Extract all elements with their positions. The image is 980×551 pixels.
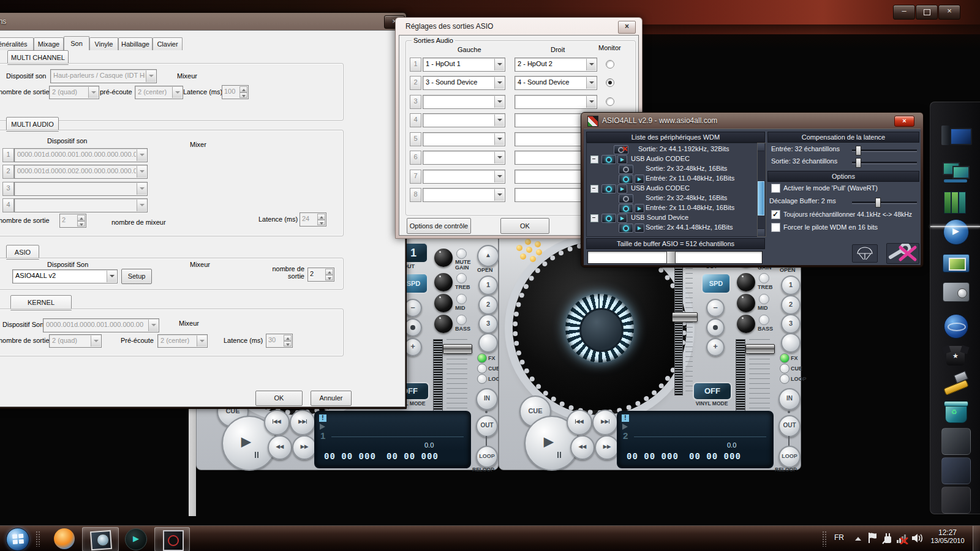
show-desktop-button[interactable]	[973, 526, 980, 551]
device-row[interactable]: ▶ USB Audio CODEC	[587, 154, 757, 164]
power-plug-icon[interactable]	[882, 531, 893, 547]
tab-habillage[interactable]: Habillage	[118, 37, 153, 50]
collapse-icon[interactable]	[590, 185, 598, 193]
dock-icon-extra-1[interactable]	[941, 428, 971, 455]
spinner-up[interactable]	[317, 214, 325, 220]
power-icon[interactable]	[601, 184, 616, 193]
output-left-dropdown-8[interactable]	[423, 188, 505, 202]
language-indicator[interactable]: FR	[834, 533, 844, 542]
bass-knob[interactable]	[737, 315, 755, 333]
output-right-dropdown-2[interactable]: 4 - Sound Device	[514, 76, 597, 90]
outputs-spinner[interactable]: 2	[307, 268, 334, 282]
output-left-dropdown-7[interactable]	[423, 170, 505, 184]
pitch-slider-2[interactable]	[673, 263, 695, 394]
hotcue-3-button[interactable]: 3	[478, 314, 498, 334]
gain-kill-button[interactable]	[456, 249, 467, 259]
spinner-down[interactable]	[239, 92, 247, 99]
power-icon[interactable]	[601, 155, 616, 164]
ok-button[interactable]: OK	[255, 391, 303, 406]
minimize-button[interactable]: –	[893, 5, 915, 20]
hotcue-1-button[interactable]: 1	[478, 276, 498, 295]
hotcue-2-button[interactable]: 2	[478, 295, 498, 315]
media-player-icon[interactable]: ▶	[941, 219, 970, 244]
latency-in-slider[interactable]	[852, 149, 917, 152]
maximize-button[interactable]	[916, 5, 938, 20]
kernel-device-dropdown[interactable]: 0000.001d.0000.001.000.000.00	[43, 318, 159, 332]
close-button[interactable]: ×	[938, 5, 960, 20]
monitor-radio-3[interactable]	[606, 97, 614, 106]
bass-kill-button[interactable]	[759, 315, 769, 325]
expand-arrow-icon[interactable]: ▶	[635, 204, 644, 213]
monitor-radio-2[interactable]	[606, 78, 614, 87]
mid-knob[interactable]	[434, 294, 453, 312]
recycle-bin-icon[interactable]: ♻	[941, 399, 970, 424]
force-16bit-checkbox[interactable]	[771, 223, 780, 232]
forward-button[interactable]: ▶▶	[292, 435, 317, 460]
device-row[interactable]: ▶ USB Audio CODEC	[587, 184, 757, 193]
start-button[interactable]	[6, 528, 29, 551]
prev-track-button[interactable]: ◀◀	[567, 410, 592, 435]
loop-out-button[interactable]: OUT	[476, 415, 498, 437]
taskbar-dj-app-button[interactable]	[154, 527, 190, 551]
fader-thumb[interactable]	[443, 344, 472, 354]
setup-button[interactable]: Setup	[121, 269, 152, 284]
pull-mode-checkbox[interactable]	[771, 184, 780, 193]
scroll-down-icon[interactable]	[758, 228, 764, 236]
volume-fader[interactable]	[736, 339, 774, 418]
device-row[interactable]: Sortie: 2x 32-48kHz, 16Bits	[587, 164, 757, 174]
load-defaults-button[interactable]	[852, 244, 878, 263]
forward-button[interactable]: ▶▶	[595, 435, 619, 460]
loop-led[interactable]	[477, 374, 487, 384]
spinner-up[interactable]	[284, 335, 292, 341]
tab-clavier[interactable]: Clavier	[153, 37, 183, 50]
treble-knob[interactable]	[434, 273, 453, 291]
expand-arrow-icon[interactable]: ▶	[635, 174, 644, 184]
documents-folder-icon[interactable]	[941, 189, 970, 215]
latency-spinner[interactable]: 30	[266, 334, 293, 348]
device-list-scrollbar[interactable]	[757, 143, 766, 237]
close-button[interactable]: ×	[618, 21, 636, 34]
output-right-dropdown-1[interactable]: 2 - HpOut 2	[514, 58, 597, 72]
rewind-button[interactable]: ◀◀	[570, 435, 595, 460]
cue-led[interactable]	[780, 364, 790, 373]
spinner-up[interactable]	[325, 269, 333, 275]
power-icon[interactable]	[619, 194, 633, 203]
power-icon[interactable]	[619, 165, 633, 174]
spinner-up[interactable]	[77, 215, 85, 221]
power-icon[interactable]	[619, 174, 633, 184]
loop-in-button[interactable]: IN	[778, 388, 801, 410]
audio-device-dropdown-1[interactable]: 0000.001d.0000.001.000.000.000.000.000	[14, 148, 148, 162]
pitch-minus-button[interactable]: –	[706, 299, 725, 317]
show-hidden-icons-button[interactable]	[855, 537, 861, 541]
tshirt-icon[interactable]: ★	[941, 342, 970, 368]
hotcue-1-button[interactable]: 1	[781, 276, 801, 295]
latency-spinner[interactable]: 24	[300, 212, 326, 227]
output-left-dropdown-6[interactable]	[423, 151, 505, 165]
spinner-down[interactable]	[325, 275, 333, 281]
output-left-dropdown-3[interactable]	[423, 95, 505, 109]
collapse-icon[interactable]	[590, 156, 598, 163]
output-right-dropdown-3[interactable]	[514, 95, 597, 109]
bass-kill-button[interactable]	[456, 315, 467, 325]
vinyl-mode-button[interactable]: OFF	[693, 382, 732, 400]
advanced-options-button[interactable]	[886, 243, 919, 264]
fx-led[interactable]	[477, 353, 487, 363]
mid-knob[interactable]	[737, 294, 755, 312]
loop-out-button[interactable]: OUT	[778, 415, 801, 437]
latency-out-slider[interactable]	[852, 162, 917, 164]
output-left-dropdown-2[interactable]: 3 - Sound Device	[423, 76, 505, 90]
tab-mixage[interactable]: Mixage	[34, 37, 64, 50]
taskbar-media-app-button[interactable]	[82, 527, 119, 551]
gain-knob[interactable]	[434, 249, 453, 267]
hotcue-2-button[interactable]: 2	[781, 295, 801, 315]
slider-thumb[interactable]	[875, 198, 881, 208]
fx-select-knob[interactable]	[478, 333, 498, 353]
output-left-dropdown-4[interactable]	[423, 113, 505, 127]
volume-icon[interactable]	[911, 532, 924, 547]
taskbar-player-icon[interactable]: ▶	[125, 528, 147, 550]
pitch-thumb[interactable]	[672, 312, 698, 322]
tools-hammer-icon[interactable]	[941, 370, 970, 396]
mid-kill-button[interactable]	[456, 294, 467, 304]
network-computers-icon[interactable]	[941, 159, 970, 184]
spinner-down[interactable]	[317, 220, 325, 226]
